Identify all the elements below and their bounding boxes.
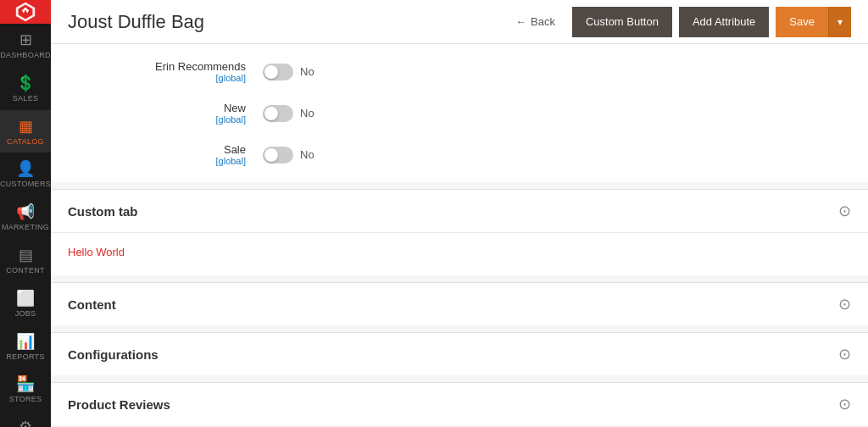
product-reviews-title: Product Reviews [68,397,170,412]
sidebar-item-label: JOBS [15,309,36,319]
new-toggle[interactable] [263,105,293,122]
sidebar-item-label: SALES [13,94,39,103]
save-button[interactable]: Save [776,7,828,37]
sidebar-item-customers[interactable]: 👤 CUSTOMERS [0,152,51,196]
sidebar: ⊞ DASHBOARD 💲 SALES ▦ CATALOG 👤 CUSTOMER… [0,0,51,427]
sales-icon: 💲 [16,74,35,92]
sidebar-item-stores[interactable]: 🏪 STORES [0,368,51,411]
hello-text: Hello [68,246,93,258]
product-reviews-collapse-icon: ⊙ [838,395,851,413]
content-icon: ▤ [19,246,33,264]
reports-icon: 📊 [16,332,35,351]
configurations-title: Configurations [68,347,159,362]
sidebar-item-label: CATALOG [7,137,44,147]
form-section: Erin Recommends [global] No New [global]… [51,44,868,182]
world-text: World [93,246,125,258]
configurations-section: Configurations ⊙ [51,332,868,375]
dashboard-icon: ⊞ [19,30,32,49]
back-button[interactable]: ← Back [505,10,565,33]
catalog-icon: ▦ [19,117,33,136]
hello-world-text: Hello World [68,246,125,258]
new-label: New [global] [51,102,263,125]
configurations-collapse-icon: ⊙ [838,345,851,363]
custom-tab-collapse-icon: ⊙ [838,202,851,220]
content-section-header[interactable]: Content ⊙ [51,283,868,325]
sale-toggle-label: No [300,148,314,161]
sidebar-item-label: REPORTS [6,352,44,362]
topbar-actions: ← Back Custom Button Add Attribute Save … [505,7,851,37]
custom-tab-header[interactable]: Custom tab ⊙ [51,190,868,232]
custom-tab-section: Custom tab ⊙ Hello World [51,189,868,275]
sale-label: Sale [global] [51,143,263,166]
form-row-new: New [global] No [51,98,843,128]
erin-toggle-wrap: No [263,64,314,80]
sidebar-item-label: CUSTOMERS [0,180,51,189]
jobs-icon: ⬜ [16,289,35,308]
content-area: Erin Recommends [global] No New [global]… [51,44,868,427]
save-button-group: Save ▾ [776,7,851,37]
form-row-erin: Erin Recommends [global] No [51,57,843,86]
form-row-sale: Sale [global] No [51,140,843,169]
marketing-icon: 📢 [16,202,35,221]
erin-toggle[interactable] [263,64,293,80]
erin-label: Erin Recommends [global] [51,60,263,83]
page-title: Joust Duffle Bag [68,11,204,33]
customers-icon: 👤 [16,159,35,178]
sidebar-item-label: STORES [9,395,42,404]
sidebar-item-content[interactable]: ▤ CONTENT [0,239,51,282]
configurations-header[interactable]: Configurations ⊙ [51,333,868,375]
new-toggle-label: No [300,107,314,119]
main-content: Joust Duffle Bag ← Back Custom Button Ad… [51,0,868,427]
custom-button[interactable]: Custom Button [572,7,672,37]
sale-toggle[interactable] [263,147,293,164]
new-scope: [global] [51,114,246,125]
erin-scope: [global] [51,73,246,83]
sidebar-item-sales[interactable]: 💲 SALES [0,67,51,110]
save-dropdown-button[interactable]: ▾ [828,7,851,37]
product-reviews-section: Product Reviews ⊙ [51,382,868,425]
sidebar-item-catalog[interactable]: ▦ CATALOG [0,110,51,153]
topbar: Joust Duffle Bag ← Back Custom Button Ad… [51,0,868,44]
sale-scope: [global] [51,156,246,166]
sidebar-item-label: MARKETING [2,223,49,232]
content-section: Content ⊙ [51,282,868,325]
stores-icon: 🏪 [16,374,35,393]
new-toggle-wrap: No [263,105,314,122]
add-attribute-button[interactable]: Add Attribute [679,7,769,37]
sidebar-item-marketing[interactable]: 📢 MARKETING [0,196,51,239]
erin-toggle-label: No [300,65,314,78]
sidebar-item-reports[interactable]: 📊 REPORTS [0,325,51,369]
custom-tab-title: Custom tab [68,204,138,219]
sidebar-item-system[interactable]: ⚙ SYSTEM [0,411,51,427]
custom-tab-content: Hello World [51,232,868,275]
back-label: Back [531,15,555,28]
chevron-down-icon: ▾ [837,16,843,28]
sidebar-item-dashboard[interactable]: ⊞ DASHBOARD [0,24,51,67]
sidebar-item-label: CONTENT [6,266,45,275]
sidebar-item-label: DASHBOARD [0,51,51,60]
back-arrow-icon: ← [515,15,526,28]
sidebar-logo[interactable] [0,0,51,24]
content-collapse-icon: ⊙ [838,295,851,313]
system-icon: ⚙ [19,418,32,427]
sale-toggle-wrap: No [263,147,314,164]
sidebar-item-jobs[interactable]: ⬜ JOBS [0,282,51,325]
content-section-title: Content [68,297,116,312]
product-reviews-header[interactable]: Product Reviews ⊙ [51,383,868,425]
